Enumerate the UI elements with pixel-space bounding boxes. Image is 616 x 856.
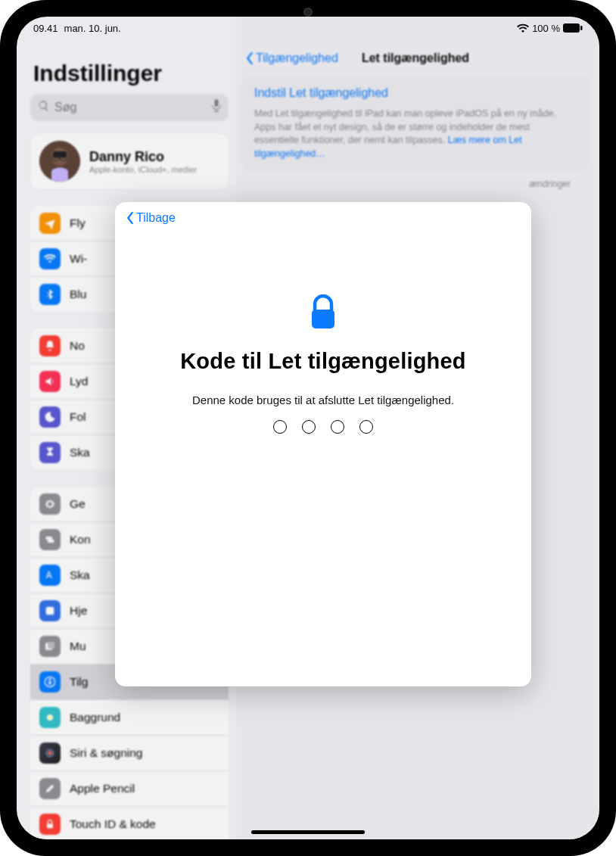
wifi-icon xyxy=(39,248,61,269)
airplane-icon xyxy=(39,213,61,234)
sidebar-item-label: Siri & søgning xyxy=(70,746,142,760)
svg-point-16 xyxy=(48,716,51,719)
modal-back-button[interactable]: Tilbage xyxy=(126,211,176,225)
gear-icon xyxy=(39,493,61,515)
hourglass-icon xyxy=(39,442,61,463)
svg-rect-22 xyxy=(312,310,334,328)
status-bar: 09.41 man. 10. jun. 100 % xyxy=(17,17,599,36)
svg-rect-2 xyxy=(215,99,219,107)
profile-name: Danny Rico xyxy=(89,149,197,165)
sidebar-item-wallpaper[interactable]: Baggrund xyxy=(30,700,229,736)
battery-icon xyxy=(563,23,583,33)
sidebar-item-label: Apple Pencil xyxy=(70,782,135,795)
dictation-icon[interactable] xyxy=(212,99,221,116)
sidebar-item-label: Wi- xyxy=(70,252,87,266)
bluetooth-icon xyxy=(39,284,61,305)
setup-title: Indstil Let tilgængelighed xyxy=(254,86,577,100)
setup-card[interactable]: Indstil Let tilgængelighed Med Let tilgæ… xyxy=(242,76,589,171)
sidebar-item-label: Mu xyxy=(70,640,86,653)
home-icon xyxy=(39,600,61,621)
svg-point-9 xyxy=(63,157,65,159)
passcode-dot xyxy=(273,420,287,434)
search-field[interactable] xyxy=(30,94,229,121)
battery-percent: 100 % xyxy=(532,23,560,34)
wallpaper-icon xyxy=(39,707,61,728)
sidebar-item-label: Touch ID & kode xyxy=(70,817,156,831)
sidebar-item-label: Baggrund xyxy=(70,711,120,724)
sidebar-item-label: No xyxy=(70,339,85,353)
sidebar-item-label: Ge xyxy=(70,497,86,511)
siri-icon xyxy=(39,742,61,764)
sidebar-title: Indstillinger xyxy=(33,61,229,86)
modal-back-label: Tilbage xyxy=(136,211,176,225)
accessibility-icon xyxy=(39,671,61,693)
footer-caption: ændringer xyxy=(253,179,586,189)
bell-icon xyxy=(39,335,61,356)
front-camera xyxy=(303,8,313,17)
lock-icon xyxy=(39,814,61,835)
sidebar-item-touchid[interactable]: Touch ID & kode xyxy=(30,807,229,839)
sidebar-item-label: Fly xyxy=(70,216,86,230)
sidebar-item-label: Ska xyxy=(70,446,90,459)
moon-icon xyxy=(39,406,61,428)
chevron-left-icon xyxy=(245,51,254,65)
svg-point-8 xyxy=(55,157,58,159)
svg-rect-1 xyxy=(580,26,583,30)
svg-rect-12 xyxy=(48,642,54,649)
lock-icon xyxy=(309,294,338,334)
sidebar-item-label: Ska xyxy=(70,568,90,582)
svg-rect-0 xyxy=(563,23,580,33)
sidebar-item-label: Kon xyxy=(70,533,91,546)
sidebar-item-siri[interactable]: Siri & søgning xyxy=(30,736,229,771)
speaker-icon xyxy=(39,371,61,392)
svg-point-18 xyxy=(48,751,51,755)
modal-subtitle: Denne kode bruges til at afslutte Let ti… xyxy=(192,394,454,406)
sidebar-item-label: Tilg xyxy=(70,675,88,689)
svg-rect-10 xyxy=(46,607,54,615)
profile-card[interactable]: Danny Rico Apple-konto, iCloud+, medier xyxy=(30,133,229,189)
back-button[interactable]: Tilgængelighed xyxy=(245,51,338,65)
layers-icon xyxy=(39,636,61,657)
switches-icon xyxy=(39,529,61,550)
sidebar-item-label: Hje xyxy=(70,604,87,618)
modal-title: Kode til Let tilgængelighed xyxy=(180,349,466,374)
passcode-dot xyxy=(359,420,373,434)
setup-description: Med Let tilgængelighed til iPad kan man … xyxy=(254,107,577,160)
chevron-left-icon xyxy=(126,211,135,225)
back-label: Tilgængelighed xyxy=(256,51,338,65)
home-indicator[interactable] xyxy=(251,830,365,834)
status-date: man. 10. jun. xyxy=(64,23,121,34)
passcode-dot xyxy=(331,420,344,434)
passcode-modal: Tilbage Kode til Let tilgængelighed Denn… xyxy=(115,202,531,686)
text-icon xyxy=(39,565,61,586)
svg-rect-19 xyxy=(47,823,53,828)
sidebar-item-pencil[interactable]: Apple Pencil xyxy=(30,771,229,807)
avatar xyxy=(39,141,80,182)
wifi-icon xyxy=(517,23,529,33)
passcode-dot xyxy=(302,420,316,434)
sidebar-item-label: Blu xyxy=(70,288,86,301)
pencil-icon xyxy=(39,778,61,799)
status-time: 09.41 xyxy=(33,23,58,34)
search-icon xyxy=(38,100,50,115)
sidebar-item-label: Fol xyxy=(70,410,86,424)
profile-subtitle: Apple-konto, iCloud+, medier xyxy=(89,165,197,174)
passcode-input[interactable] xyxy=(273,420,373,434)
search-input[interactable] xyxy=(54,101,207,114)
sidebar-item-label: Lyd xyxy=(70,375,88,388)
svg-point-14 xyxy=(49,678,51,680)
